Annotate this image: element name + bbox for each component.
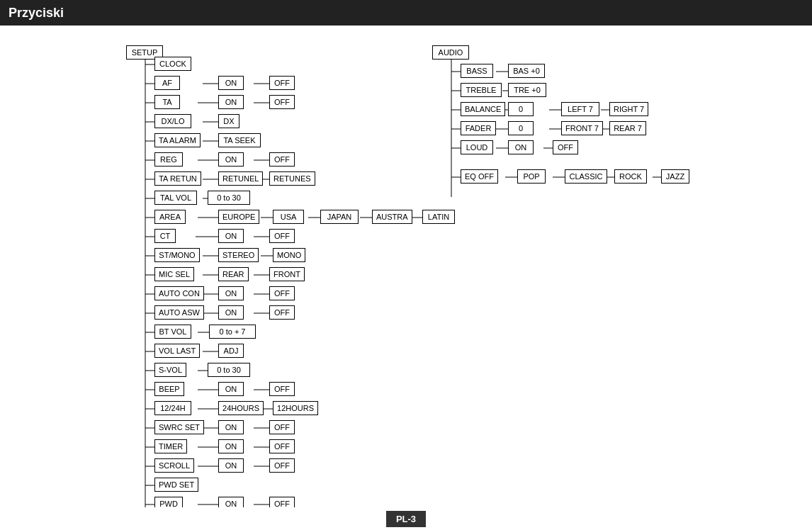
tal-vol-box: TAL VOL bbox=[154, 191, 197, 205]
fader-val-box: 0 bbox=[508, 121, 534, 135]
beep-box: BEEP bbox=[154, 382, 184, 396]
bass-val-box: BAS +0 bbox=[508, 64, 545, 78]
ta-seek-box: TA SEEK bbox=[218, 133, 261, 147]
auto-asw-box: AUTO ASW bbox=[154, 305, 204, 320]
japan-box: JAPAN bbox=[320, 210, 359, 224]
latin-box: LATIN bbox=[422, 210, 455, 224]
diagram-svg bbox=[0, 26, 812, 507]
balance-val-box: 0 bbox=[508, 102, 534, 116]
retunel-box: RETUNEL bbox=[218, 171, 263, 186]
main-content: SETUP CLOCK AF ON OFF TA ON OFF DX/LO DX… bbox=[0, 26, 812, 507]
rear7-box: REAR 7 bbox=[609, 121, 646, 135]
ct-off-box: OFF bbox=[269, 229, 295, 243]
ta-box: TA bbox=[154, 95, 180, 109]
audio-box: AUDIO bbox=[432, 45, 469, 60]
mono-box: MONO bbox=[273, 248, 305, 262]
timer-off-box: OFF bbox=[269, 439, 295, 453]
usa-box: USA bbox=[273, 210, 304, 224]
page-title: Przyciski bbox=[9, 6, 64, 21]
adj-box: ADJ bbox=[218, 344, 244, 358]
auto-asw-on-box: ON bbox=[218, 305, 244, 320]
area-box: AREA bbox=[154, 210, 186, 224]
bt-vol-box: BT VOL bbox=[154, 325, 191, 339]
24hours-box: 24HOURS bbox=[218, 401, 264, 415]
loud-off-box: OFF bbox=[553, 140, 578, 154]
scroll-off-box: OFF bbox=[269, 458, 295, 473]
timer-box: TIMER bbox=[154, 439, 187, 453]
scroll-box: SCROLL bbox=[154, 458, 194, 473]
fader-box: FADER bbox=[461, 121, 496, 135]
page-footer: PL-3 bbox=[0, 507, 812, 530]
bt-vol-range-box: 0 to + 7 bbox=[209, 325, 256, 339]
treble-val-box: TRE +0 bbox=[508, 83, 546, 97]
scroll-on-box: ON bbox=[218, 458, 244, 473]
europe-box: EUROPE bbox=[218, 210, 259, 224]
ct-on-box: ON bbox=[218, 229, 244, 243]
af-off-box: OFF bbox=[269, 76, 295, 90]
af-on-box: ON bbox=[218, 76, 244, 90]
pwd-set-box: PWD SET bbox=[154, 478, 198, 492]
st-mono-box: ST/MONO bbox=[154, 248, 200, 262]
reg-on-box: ON bbox=[218, 152, 244, 167]
ta-retun-box: TA RETUN bbox=[154, 171, 201, 186]
front-box: FRONT bbox=[269, 267, 305, 281]
timer-on-box: ON bbox=[218, 439, 244, 453]
vol-last-box: VOL LAST bbox=[154, 344, 200, 358]
swrc-set-on-box: ON bbox=[218, 420, 244, 434]
dxlo-box: DX/LO bbox=[154, 114, 191, 128]
loud-box: LOUD bbox=[461, 140, 493, 154]
af-box: AF bbox=[154, 76, 180, 90]
auto-con-box: AUTO CON bbox=[154, 286, 204, 300]
jazz-box: JAZZ bbox=[661, 169, 689, 184]
eq-off-box: EQ OFF bbox=[461, 169, 498, 184]
mic-sel-box: MIC SEL bbox=[154, 267, 194, 281]
retunes-box: RETUNES bbox=[269, 171, 315, 186]
auto-asw-off-box: OFF bbox=[269, 305, 295, 320]
left7-box: LEFT 7 bbox=[561, 102, 599, 116]
tal-vol-range-box: 0 to 30 bbox=[208, 191, 250, 205]
rear-box: REAR bbox=[218, 267, 249, 281]
swrc-set-box: SWRC SET bbox=[154, 420, 204, 434]
loud-on-box: ON bbox=[508, 140, 534, 154]
swrc-set-off-box: OFF bbox=[269, 420, 295, 434]
ta-on-box: ON bbox=[218, 95, 244, 109]
reg-box: REG bbox=[154, 152, 183, 167]
front7-box: FRONT 7 bbox=[561, 121, 603, 135]
rock-box: ROCK bbox=[614, 169, 647, 184]
clock-box: CLOCK bbox=[154, 57, 191, 71]
s-vol-range-box: 0 to 30 bbox=[208, 363, 250, 377]
auto-con-on-box: ON bbox=[218, 286, 244, 300]
balance-box: BALANCE bbox=[461, 102, 505, 116]
classic-box: CLASSIC bbox=[565, 169, 607, 184]
pop-box: POP bbox=[517, 169, 546, 184]
auto-con-off-box: OFF bbox=[269, 286, 295, 300]
page-number-badge: PL-3 bbox=[386, 511, 426, 527]
ta-off-box: OFF bbox=[269, 95, 295, 109]
12-24h-box: 12/24H bbox=[154, 401, 191, 415]
beep-off-box: OFF bbox=[269, 382, 295, 396]
s-vol-box: S-VOL bbox=[154, 363, 186, 377]
ct-box: CT bbox=[154, 229, 176, 243]
reg-off-box: OFF bbox=[269, 152, 295, 167]
treble-box: TREBLE bbox=[461, 83, 502, 97]
bass-box: BASS bbox=[461, 64, 493, 78]
beep-on-box: ON bbox=[218, 382, 244, 396]
austra-box: AUSTRA bbox=[372, 210, 412, 224]
right7-box: RIGHT 7 bbox=[609, 102, 648, 116]
12hours-box: 12HOURS bbox=[273, 401, 318, 415]
page-header: Przyciski bbox=[0, 0, 812, 26]
dxlo-dx-box: DX bbox=[218, 114, 239, 128]
ta-alarm-box: TA ALARM bbox=[154, 133, 201, 147]
stereo-box: STEREO bbox=[218, 248, 259, 262]
